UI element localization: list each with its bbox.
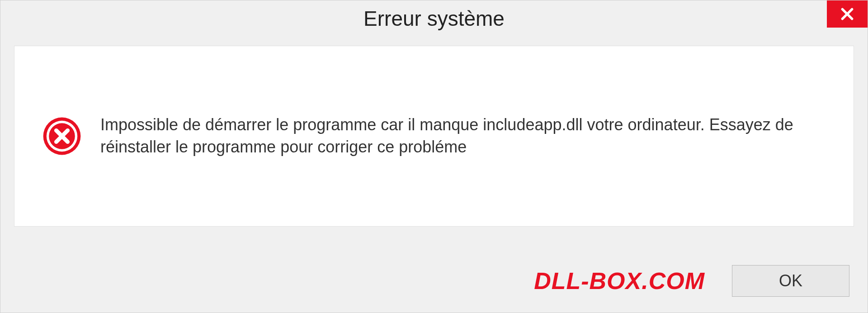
error-dialog: Erreur système Impossible de démarrer le… — [0, 0, 868, 313]
dialog-footer: DLL-BOX.COM OK — [0, 249, 868, 313]
close-button[interactable] — [827, 0, 868, 28]
error-icon — [42, 116, 82, 156]
titlebar: Erreur système — [0, 0, 868, 37]
error-message: Impossible de démarrer le programme car … — [100, 114, 826, 158]
content-panel: Impossible de démarrer le programme car … — [14, 46, 854, 227]
ok-button[interactable]: OK — [732, 265, 849, 297]
dialog-title: Erreur système — [363, 6, 505, 31]
close-icon — [840, 7, 854, 21]
watermark-text: DLL-BOX.COM — [534, 267, 705, 294]
